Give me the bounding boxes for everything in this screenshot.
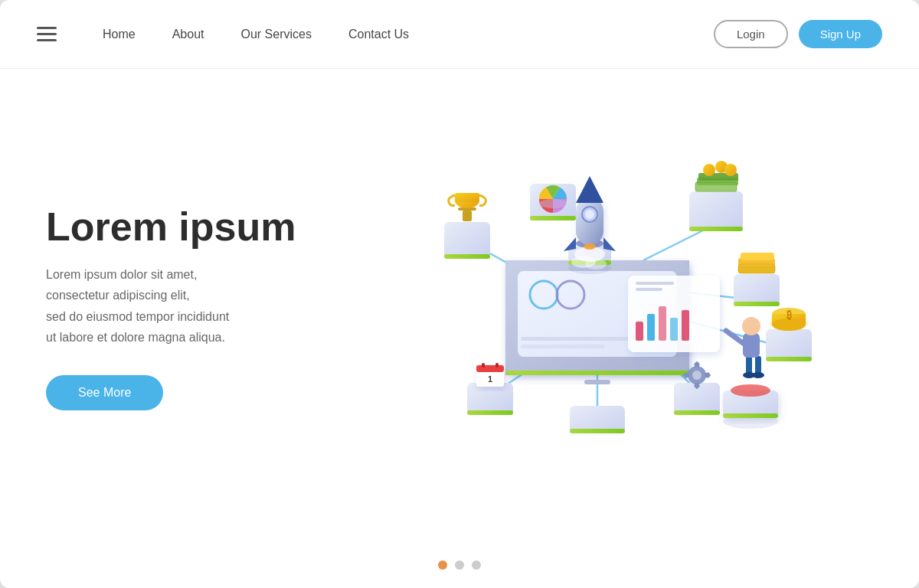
hamburger-menu[interactable] — [37, 27, 57, 41]
svg-point-85 — [692, 371, 702, 380]
svg-rect-83 — [674, 410, 720, 415]
svg-rect-55 — [444, 254, 490, 259]
svg-rect-19 — [647, 314, 655, 341]
svg-rect-70 — [734, 302, 780, 306]
dot-3[interactable] — [472, 560, 481, 570]
svg-rect-94 — [467, 383, 513, 415]
svg-rect-16 — [505, 371, 689, 375]
svg-point-28 — [731, 384, 770, 397]
svg-rect-51 — [530, 216, 576, 220]
login-button[interactable]: Login — [714, 20, 788, 48]
svg-rect-22 — [682, 310, 689, 341]
svg-point-49 — [584, 243, 596, 250]
svg-rect-27 — [723, 413, 778, 418]
hero-section: Lorem ipsum Lorem ipsum dolor sit amet,c… — [0, 69, 919, 547]
svg-rect-69 — [734, 274, 780, 306]
dot-1[interactable] — [438, 560, 447, 570]
svg-marker-41 — [576, 176, 603, 203]
svg-rect-56 — [463, 211, 472, 221]
svg-rect-29 — [746, 356, 752, 374]
svg-marker-45 — [603, 237, 616, 251]
svg-rect-14 — [521, 345, 605, 348]
nav-home[interactable]: Home — [103, 28, 136, 41]
svg-point-43 — [585, 210, 594, 219]
svg-point-32 — [752, 372, 764, 378]
nav-links: Home About Our Services Contact Us — [103, 28, 683, 41]
svg-rect-15 — [584, 380, 610, 384]
page-wrapper: Home About Our Services Contact Us Login… — [0, 0, 919, 588]
svg-rect-59 — [455, 193, 479, 202]
signup-button[interactable]: Sign Up — [799, 20, 882, 48]
svg-point-53 — [539, 199, 567, 208]
svg-rect-97 — [476, 365, 504, 372]
nav-actions: Login Sign Up — [714, 20, 882, 48]
svg-rect-95 — [467, 410, 513, 415]
svg-rect-102 — [570, 429, 625, 433]
svg-rect-20 — [659, 306, 666, 341]
nav-services[interactable]: Our Services — [241, 28, 312, 41]
svg-line-35 — [726, 331, 743, 343]
hero-title: Lorem ipsum — [46, 205, 368, 249]
svg-rect-13 — [521, 337, 643, 341]
svg-point-68 — [724, 164, 737, 176]
svg-rect-61 — [689, 227, 743, 231]
svg-marker-44 — [564, 237, 576, 251]
svg-rect-75 — [766, 329, 812, 361]
svg-rect-21 — [670, 318, 678, 341]
svg-rect-33 — [743, 333, 760, 358]
svg-rect-24 — [636, 288, 662, 291]
isometric-scene: ₿ — [368, 69, 827, 467]
svg-rect-30 — [755, 356, 761, 374]
carousel-dots — [0, 547, 919, 588]
svg-rect-60 — [689, 191, 743, 231]
hero-description: Lorem ipsum dolor sit amet,consectetur a… — [46, 264, 337, 348]
svg-rect-73 — [741, 253, 774, 260]
svg-point-34 — [742, 317, 760, 335]
svg-point-66 — [703, 164, 715, 176]
svg-text:1: 1 — [488, 374, 492, 384]
svg-rect-54 — [444, 222, 490, 259]
svg-text:₿: ₿ — [787, 309, 792, 321]
hero-illustration: ₿ — [368, 69, 873, 547]
nav-contact[interactable]: Contact Us — [348, 28, 409, 41]
navbar: Home About Our Services Contact Us Login… — [0, 0, 919, 69]
svg-rect-23 — [636, 282, 674, 285]
see-more-button[interactable]: See More — [46, 375, 163, 410]
svg-point-48 — [585, 259, 607, 270]
svg-rect-18 — [636, 322, 643, 341]
svg-rect-99 — [495, 363, 499, 368]
nav-about[interactable]: About — [172, 28, 204, 41]
hero-text: Lorem ipsum Lorem ipsum dolor sit amet,c… — [46, 205, 368, 410]
svg-rect-76 — [766, 357, 812, 361]
svg-rect-98 — [482, 363, 485, 368]
dot-2[interactable] — [455, 560, 464, 570]
